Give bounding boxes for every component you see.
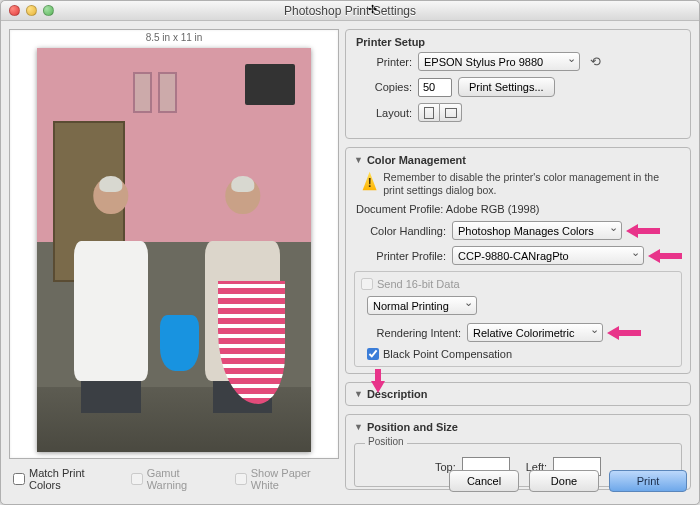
preview-frame: 8.5 in x 11 in bbox=[9, 29, 339, 459]
printer-profile-label: Printer Profile: bbox=[354, 250, 446, 262]
printer-setup-header: Printer Setup bbox=[356, 36, 682, 48]
color-mgmt-subgroup: Send 16-bit Data Normal Printing Renderi… bbox=[354, 271, 682, 367]
printer-label: Printer: bbox=[354, 56, 412, 68]
left-pane: 8.5 in x 11 in bbox=[9, 29, 339, 496]
portrait-icon[interactable] bbox=[418, 103, 440, 122]
color-management-group: Color Management ! Remember to disable t… bbox=[345, 147, 691, 374]
color-management-header[interactable]: Color Management bbox=[354, 154, 682, 166]
annotation-arrow-icon bbox=[607, 325, 641, 341]
show-paper-white-checkbox: Show Paper White bbox=[235, 467, 339, 491]
copies-label: Copies: bbox=[354, 81, 412, 93]
preview-image bbox=[37, 48, 311, 452]
right-pane: Printer Setup Printer: EPSON Stylus Pro … bbox=[345, 29, 691, 496]
show-paper-white-label: Show Paper White bbox=[251, 467, 339, 491]
color-mgmt-warning: Remember to disable the printer's color … bbox=[383, 171, 682, 197]
print-preview bbox=[37, 48, 311, 452]
paper-size-label: 8.5 in x 11 in bbox=[10, 30, 338, 45]
description-header: Description bbox=[367, 388, 428, 400]
black-point-compensation-checkbox[interactable]: Black Point Compensation bbox=[367, 348, 675, 360]
rendering-intent-select[interactable]: Relative Colorimetric bbox=[467, 323, 603, 342]
svg-marker-0 bbox=[626, 224, 660, 238]
printer-setup-group: Printer Setup Printer: EPSON Stylus Pro … bbox=[345, 29, 691, 139]
dialog-body: 8.5 in x 11 in bbox=[1, 21, 699, 504]
cursor-icon: ✢ bbox=[368, 3, 377, 16]
printer-options-icon[interactable]: ⟲ bbox=[586, 53, 604, 71]
copies-input[interactable] bbox=[418, 78, 452, 97]
match-print-colors-label: Match Print Colors bbox=[29, 467, 117, 491]
printing-mode-select[interactable]: Normal Printing bbox=[367, 296, 477, 315]
rendering-intent-label: Rendering Intent: bbox=[361, 327, 461, 339]
svg-marker-2 bbox=[607, 326, 641, 340]
disclosure-triangle-icon bbox=[354, 422, 363, 432]
disclosure-triangle-icon bbox=[354, 389, 363, 399]
printer-select[interactable]: EPSON Stylus Pro 9880 bbox=[418, 52, 580, 71]
landscape-icon[interactable] bbox=[440, 103, 462, 122]
preview-options: Match Print Colors Gamut Warning Show Pa… bbox=[9, 467, 339, 491]
color-handling-select[interactable]: Photoshop Manages Colors bbox=[452, 221, 622, 240]
annotation-arrow-icon bbox=[626, 223, 660, 239]
dialog-footer: Cancel Done Print bbox=[449, 470, 687, 492]
print-settings-window: Photoshop Print Settings ✢ 8.5 in x 11 i… bbox=[0, 0, 700, 505]
gamut-warning-label: Gamut Warning bbox=[147, 467, 221, 491]
svg-marker-1 bbox=[648, 249, 682, 263]
layout-label: Layout: bbox=[354, 107, 412, 119]
layout-orientation-toggle[interactable] bbox=[418, 103, 462, 122]
window-title: Photoshop Print Settings bbox=[1, 4, 699, 18]
print-button[interactable]: Print bbox=[609, 470, 687, 492]
color-handling-label: Color Handling: bbox=[354, 225, 446, 237]
printer-profile-select[interactable]: CCP-9880-CANragPto bbox=[452, 246, 644, 265]
gamut-warning-checkbox: Gamut Warning bbox=[131, 467, 221, 491]
warning-icon: ! bbox=[362, 171, 377, 191]
cancel-button[interactable]: Cancel bbox=[449, 470, 519, 492]
position-size-header[interactable]: Position and Size bbox=[354, 421, 682, 433]
position-legend: Position bbox=[365, 436, 407, 447]
annotation-arrow-icon bbox=[648, 248, 682, 264]
print-settings-button[interactable]: Print Settings... bbox=[458, 77, 555, 97]
done-button[interactable]: Done bbox=[529, 470, 599, 492]
match-print-colors-checkbox[interactable]: Match Print Colors bbox=[13, 467, 117, 491]
description-group[interactable]: Description bbox=[345, 382, 691, 406]
disclosure-triangle-icon bbox=[354, 155, 363, 165]
document-profile: Document Profile: Adobe RGB (1998) bbox=[356, 203, 682, 215]
send-16bit-checkbox: Send 16-bit Data bbox=[361, 278, 675, 290]
titlebar: Photoshop Print Settings ✢ bbox=[1, 1, 699, 21]
